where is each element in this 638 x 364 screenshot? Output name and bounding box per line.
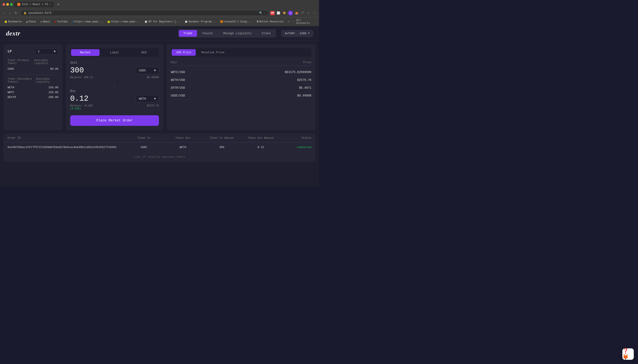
tab-favicon: [17, 3, 20, 6]
bookmark-gmail[interactable]: ✉ Gmail: [39, 20, 52, 24]
amount-out-cell: 0.12: [241, 146, 280, 149]
amount-in-cell: 300: [202, 146, 241, 149]
star-icon: ☆: [264, 12, 266, 14]
all-bookmarks-button[interactable]: All Bookmarks: [295, 18, 316, 25]
bookmark-dp-label: DP for Beginners [...: [148, 20, 180, 23]
buy-token-chevron: ▼: [154, 97, 156, 100]
price-col-header: Price: [303, 61, 311, 64]
separator: [293, 20, 293, 23]
order-tab-market[interactable]: Market: [71, 49, 100, 56]
wallet-selector[interactable]: 0xf39f...2266 ▼: [281, 30, 313, 37]
place-order-button[interactable]: Place Market Order: [70, 115, 159, 126]
fox-icon[interactable]: 🦊: [295, 11, 299, 15]
order-id-header: Order ID: [8, 136, 124, 140]
status-badge: completed: [280, 146, 311, 149]
tab-title: Vite + React + TS: [22, 3, 48, 6]
price-row-weth: WETH/USD $2570.76: [171, 76, 311, 84]
price-row-usdc: USDC/USD $0.99998: [171, 92, 311, 100]
bookmarks-more-button[interactable]: »: [286, 20, 291, 24]
primary-token-label: Token (Primary Token): [8, 59, 34, 65]
buy-token-name: WETH: [139, 97, 146, 100]
swap-divider: ⋮: [70, 82, 159, 89]
buy-fee: (0.25%): [70, 107, 81, 110]
lp-select[interactable]: 1 ▼: [35, 48, 58, 55]
bookmark-chess[interactable]: ♟ Chess: [25, 20, 38, 24]
bookmark-youtube[interactable]: ▶ YouTube: [53, 20, 69, 24]
address-text: localhost:5173: [28, 12, 258, 14]
youtube-icon: ▶: [55, 20, 56, 24]
minimize-window-button[interactable]: [6, 3, 9, 6]
bookmark-pepc1-label: https://www.pepc...: [74, 20, 103, 23]
download-icon[interactable]: ⬇: [306, 11, 311, 15]
dxtr-pair-price: $0.4071: [299, 86, 311, 90]
weth-pair-price: $2570.76: [297, 78, 311, 82]
brave-icon[interactable]: 🦁: [282, 11, 286, 15]
price-tab-relative[interactable]: Relative Price: [196, 49, 229, 56]
tab-manage-liquidity[interactable]: Manage Liquidity: [219, 30, 256, 37]
dynamic-icon: 🔲: [184, 20, 188, 24]
usdc-pair-name: USDC/USD: [171, 94, 185, 97]
price-table-header: Pair Price: [171, 61, 311, 66]
chevron-down-icon: ▼: [308, 32, 309, 35]
forward-button[interactable]: ›: [8, 11, 12, 16]
bookmark-chuka-label: chuka231's blog:...: [224, 20, 253, 23]
close-window-button[interactable]: [3, 3, 5, 6]
secondary-liquidity-label: Available Liquidity: [36, 78, 58, 84]
weth-name: WETH: [8, 86, 14, 89]
order-id-cell: 0xe39783bec37b77f57371659dbf63a2b78d3cec…: [8, 146, 124, 149]
sell-token-chevron: ▼: [154, 69, 156, 72]
token-in-header: Token In: [124, 136, 163, 140]
bookmark-notion[interactable]: N Notion Resources: [255, 20, 285, 24]
refresh-button[interactable]: ↻: [13, 10, 19, 16]
sell-usd: $0.99998: [147, 76, 159, 79]
token-in-cell: USDC: [124, 146, 163, 149]
bookmark-dp[interactable]: 🔲 DP for Beginners [...: [143, 20, 182, 24]
back-button[interactable]: ‹: [3, 11, 6, 16]
active-browser-tab[interactable]: Vite + React + TS ✕: [14, 2, 54, 7]
menu-icon[interactable]: ⋮: [312, 11, 316, 15]
pepc1-icon: S: [72, 20, 73, 23]
order-tab-oco[interactable]: OCO: [130, 49, 158, 56]
weth-amount: 320.00: [48, 86, 58, 89]
window-controls: [3, 3, 13, 6]
adblock-icon[interactable]: ABP: [270, 11, 275, 15]
bookmark-chuka[interactable]: 🅱 chuka231's blog:...: [219, 20, 254, 24]
lp-select-value: 1: [38, 50, 40, 53]
sell-token-select[interactable]: USDC ▼: [136, 67, 159, 74]
browser-toolbar-icons: ABP ⬜ 🦁 4 🦊 🛡 ⬇ ⋮: [270, 11, 316, 16]
order-tab-limit[interactable]: Limit: [100, 49, 129, 56]
token-out-cell: WETH: [163, 146, 202, 149]
extensions-icon[interactable]: ⬜: [276, 11, 281, 15]
table-row: 0xe39783bec37b77f57371659dbf63a2b78d3cec…: [4, 143, 316, 152]
lp-panel: LP 1 ▼ Token (Primary Token) Available L…: [4, 44, 63, 130]
wbtc-pair-name: WBTC/USD: [171, 70, 185, 74]
price-tab-usd[interactable]: USD Price: [172, 49, 196, 56]
shield-icon[interactable]: 🛡: [300, 11, 305, 15]
tab-faucet[interactable]: Faucet: [198, 30, 218, 37]
bookmarks-folder[interactable]: ⭐ Bookmarks: [3, 20, 24, 24]
price-row-wbtc: WBTC/USD $63175.82999999: [171, 68, 311, 76]
tab-trade[interactable]: Trade: [179, 30, 197, 37]
bookmark-gmail-label: Gmail: [43, 20, 50, 23]
maximize-window-button[interactable]: [10, 3, 13, 6]
wallet-icon[interactable]: 4: [288, 11, 293, 16]
notification-icon-wrapper: 4: [288, 11, 293, 16]
tab-stake[interactable]: Stake: [257, 30, 275, 37]
dextr-name: DEXTR: [8, 96, 16, 99]
primary-token-header: Token (Primary Token) Available Liquidit…: [8, 59, 58, 65]
bookmark-pepc1[interactable]: S https://www.pepc...: [70, 20, 105, 24]
primary-token-amount: 80.00: [50, 67, 58, 70]
wbtc-amount: 150.00: [48, 91, 58, 94]
address-bar[interactable]: 🔒 localhost:5173 🔍 ☆: [20, 10, 269, 16]
chess-icon: ♟: [26, 20, 28, 24]
new-tab-button[interactable]: +: [55, 2, 61, 7]
buy-token-select[interactable]: WETH ▼: [136, 95, 159, 102]
bookmark-dynamic[interactable]: 🔲 Dynamic Program...: [183, 20, 218, 24]
lock-icon: 🔒: [24, 12, 27, 14]
primary-token-section: Token (Primary Token) Available Liquidit…: [8, 59, 58, 71]
lp-title: LP: [8, 50, 12, 54]
tab-close-button[interactable]: ✕: [50, 3, 51, 6]
bookmark-pepc2[interactable]: 🐸 https://www.pepc...: [105, 20, 142, 24]
browser-chrome: Vite + React + TS ✕ + ‹ › ↻ 🔒 localhost:…: [0, 0, 319, 26]
browser-titlebar: Vite + React + TS ✕ +: [0, 0, 319, 9]
